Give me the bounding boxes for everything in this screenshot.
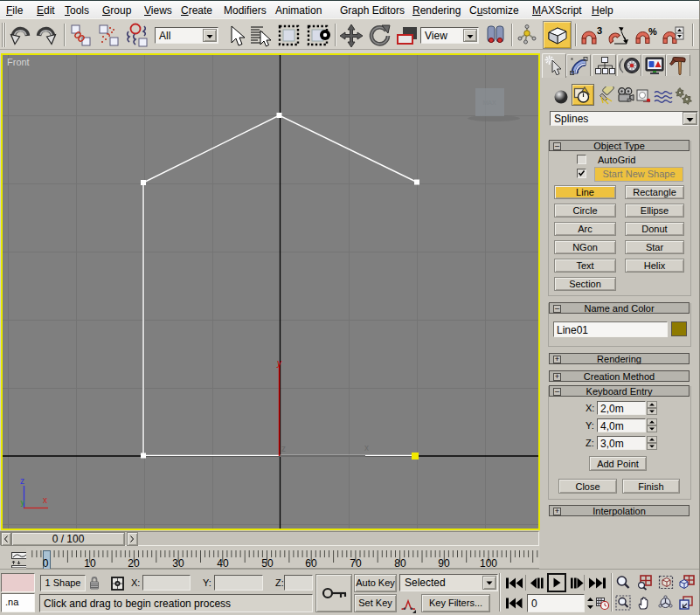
svg-text:x: x xyxy=(364,443,369,453)
svg-text:3: 3 xyxy=(597,25,602,36)
svg-text:z: z xyxy=(20,476,24,486)
svg-text:y: y xyxy=(276,358,282,368)
svg-text:z: z xyxy=(281,444,286,453)
svg-text:MAX: MAX xyxy=(482,100,496,106)
svg-text:x: x xyxy=(43,495,47,505)
svg-text:%: % xyxy=(648,26,657,37)
svg-text:y: y xyxy=(21,498,25,507)
